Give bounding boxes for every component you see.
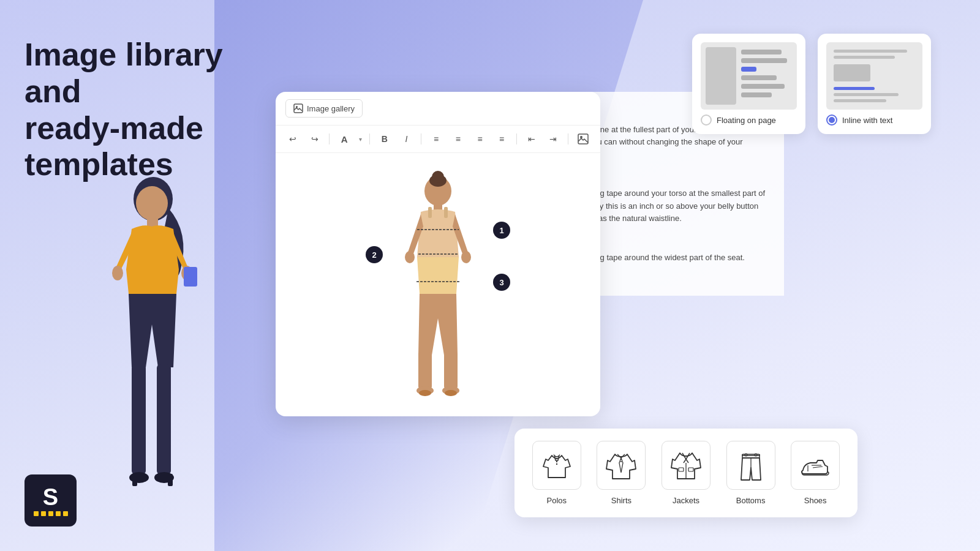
svg-point-3 — [112, 266, 123, 280]
align-center-icon[interactable]: ≡ — [451, 132, 466, 146]
person-illustration — [74, 147, 233, 514]
body-diagram: 1 2 3 — [377, 165, 499, 410]
align-right-icon[interactable]: ≡ — [473, 132, 488, 146]
inline-img — [834, 64, 870, 81]
jackets-label: Jackets — [673, 496, 699, 505]
toolbar-sep-1 — [329, 133, 330, 144]
logo-dot-2 — [41, 511, 46, 516]
logo-dot-5 — [63, 511, 68, 516]
category-jackets[interactable]: Jackets — [658, 441, 714, 505]
align-justify-icon[interactable]: ≡ — [494, 132, 509, 146]
template-inline-preview — [826, 42, 922, 110]
indent-left-icon[interactable]: ⇤ — [524, 132, 539, 146]
svg-point-29 — [445, 390, 457, 396]
image-gallery-button[interactable]: Image gallery — [285, 99, 363, 118]
logo-letter: S — [43, 485, 58, 509]
text-line-3 — [741, 75, 777, 80]
inline-preview-content — [831, 47, 918, 105]
bold-icon[interactable]: B — [377, 132, 392, 146]
category-shoes[interactable]: Shoes — [788, 441, 843, 505]
svg-rect-39 — [688, 468, 693, 471]
radio-inline[interactable] — [826, 114, 837, 126]
svg-point-23 — [461, 251, 471, 263]
editor-canvas: 1 2 3 — [276, 153, 600, 416]
template-floating-card[interactable]: Floating on page — [692, 34, 805, 134]
template-inline-card[interactable]: Inline with text — [818, 34, 931, 134]
image-icon — [293, 103, 303, 113]
badge-1: 1 — [493, 222, 510, 239]
svg-point-18 — [432, 171, 444, 183]
inline-option[interactable]: Inline with text — [826, 114, 922, 126]
toolbar-sep-3 — [421, 133, 421, 144]
shoes-icon-box — [791, 441, 840, 490]
svg-rect-21 — [444, 207, 448, 218]
indent-right-icon[interactable]: ⇥ — [546, 132, 561, 146]
floating-label: Floating on page — [717, 116, 776, 125]
align-left-icon[interactable]: ≡ — [429, 132, 443, 146]
inline-accent — [834, 87, 875, 90]
text-line-accent — [741, 67, 756, 72]
redo-icon[interactable]: ↪ — [307, 132, 322, 146]
svg-rect-38 — [679, 468, 684, 471]
format-toolbar: ↩ ↪ A ▾ B I ≡ ≡ ≡ ≡ ⇤ ⇥ — [276, 126, 600, 153]
category-polos[interactable]: Polos — [529, 441, 584, 505]
badge-2: 2 — [366, 246, 383, 263]
toolbar-sep-2 — [369, 133, 370, 144]
editor-window: Image gallery ↩ ↪ A ▾ B I ≡ ≡ ≡ ≡ ⇤ ⇥ — [276, 92, 600, 416]
svg-rect-14 — [578, 134, 588, 144]
bottoms-icon-box — [726, 441, 775, 490]
inline-line-3 — [834, 93, 899, 96]
toolbar-sep-4 — [516, 133, 517, 144]
shoes-icon — [799, 449, 831, 481]
svg-rect-6 — [132, 364, 146, 474]
text-line-2 — [741, 58, 787, 63]
jackets-icon-box — [662, 441, 710, 490]
radio-inner-dot — [829, 117, 835, 123]
floating-option[interactable]: Floating on page — [701, 114, 797, 126]
logo-dots — [34, 511, 68, 516]
jackets-icon — [670, 449, 702, 481]
bottoms-icon — [735, 449, 767, 481]
shirts-icon — [605, 449, 637, 481]
category-bottoms[interactable]: Bottoms — [723, 441, 778, 505]
image-gallery-label: Image gallery — [307, 104, 355, 113]
svg-rect-10 — [132, 474, 137, 486]
italic-icon[interactable]: I — [399, 132, 414, 146]
shirts-label: Shirts — [611, 496, 631, 505]
body-diagram-svg — [377, 165, 499, 410]
svg-rect-25 — [444, 352, 458, 389]
text-line-5 — [741, 92, 772, 97]
illustration-figure — [74, 147, 233, 514]
font-color-icon[interactable]: A — [337, 132, 352, 146]
insert-image-svg — [578, 133, 589, 144]
undo-icon[interactable]: ↩ — [285, 132, 300, 146]
bottoms-label: Bottoms — [736, 496, 766, 505]
inline-label: Inline with text — [842, 116, 892, 125]
editor-top-toolbar: Image gallery — [276, 92, 600, 126]
badge-3: 3 — [493, 274, 510, 291]
svg-rect-11 — [168, 474, 173, 486]
svg-point-33 — [556, 461, 557, 462]
svg-point-34 — [556, 463, 557, 465]
template-floating-preview — [701, 42, 797, 110]
template-text-lines — [741, 47, 792, 105]
inline-line-2 — [834, 56, 895, 59]
shoes-label: Shoes — [804, 496, 827, 505]
svg-point-1 — [136, 186, 168, 220]
svg-rect-5 — [184, 267, 197, 287]
logo-dot-3 — [48, 511, 53, 516]
svg-point-28 — [419, 390, 431, 396]
inline-line-1 — [834, 50, 907, 53]
font-dropdown-icon[interactable]: ▾ — [359, 136, 362, 143]
polos-label: Polos — [547, 496, 567, 505]
category-shirts[interactable]: Shirts — [594, 441, 649, 505]
text-line-1 — [741, 50, 782, 54]
radio-floating[interactable] — [701, 114, 712, 126]
template-selector: Floating on page Inline with text — [692, 34, 931, 134]
svg-point-8 — [129, 472, 149, 483]
svg-rect-7 — [157, 364, 171, 474]
insert-image-icon[interactable] — [576, 132, 590, 146]
shirts-icon-box — [597, 441, 646, 490]
svg-point-35 — [620, 459, 622, 460]
logo-dot-4 — [56, 511, 61, 516]
